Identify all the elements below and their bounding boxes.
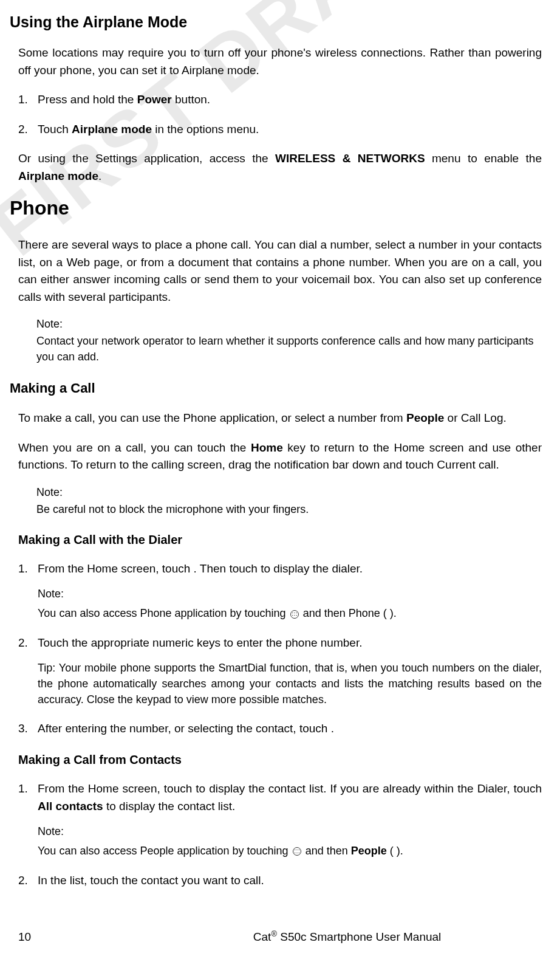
- all-contacts-bold: All contacts: [38, 800, 103, 813]
- heading-making-call: Making a Call: [10, 380, 542, 396]
- text-segment: When you are on a call, you can touch th…: [18, 441, 251, 454]
- making-call-p1: To make a call, you can use the Phone ap…: [18, 410, 542, 427]
- page-content: Using the Airplane Mode Some locations m…: [18, 13, 542, 889]
- heading-contacts: Making a Call from Contacts: [18, 753, 542, 767]
- step-text: In the list, touch the contact you want …: [38, 872, 542, 890]
- contacts-step-1: 1. From the Home screen, touch to displa…: [18, 780, 542, 860]
- people-bold: People: [351, 845, 387, 857]
- registered-mark: ®: [271, 929, 277, 938]
- step-text-a: From the Home screen, touch to display t…: [38, 782, 542, 795]
- text-segment: or Call Log.: [444, 411, 506, 424]
- footer-doc-title: S50c Smartphone User Manual: [277, 930, 441, 943]
- step-text-b: to display the contact list.: [103, 800, 236, 813]
- page-number: 10: [18, 930, 31, 944]
- note-text: Contact your network operator to learn w…: [36, 335, 533, 363]
- airplane-steps-list: 1. Press and hold the Power button. 2. T…: [18, 91, 542, 138]
- making-note-block: Note: Be careful not to block the microp…: [36, 486, 542, 517]
- apps-grid-icon: [293, 847, 301, 856]
- footer-brand: Cat: [253, 930, 271, 943]
- note-text-b: and then Phone ( ).: [300, 607, 397, 619]
- note-text-b: and then: [302, 845, 351, 857]
- step-text-prefix: Press and hold the: [38, 93, 137, 106]
- contacts-step1-note: Note: You can also access People applica…: [38, 823, 542, 860]
- note-text: Be careful not to block the microphone w…: [36, 503, 309, 515]
- dialer-steps-list: 1. From the Home screen, touch . Then to…: [18, 560, 542, 737]
- dialer-step-2: 2. Touch the appropriate numeric keys to…: [18, 634, 542, 708]
- note-text-a: You can also access People application b…: [38, 845, 292, 857]
- airplane-alt-text: Or using the Settings application, acces…: [18, 150, 542, 185]
- step-number: 1.: [18, 780, 28, 798]
- note-label: Note:: [36, 486, 542, 499]
- step-number: 2.: [18, 121, 28, 139]
- airplane-intro-text: Some locations may require you to turn o…: [18, 44, 542, 79]
- note-label: Note:: [38, 823, 542, 840]
- step-number: 1.: [18, 560, 28, 578]
- contacts-step-2: 2. In the list, touch the contact you wa…: [18, 872, 542, 890]
- text-segment: Or using the Settings application, acces…: [18, 152, 275, 165]
- step-text: From the Home screen, touch . Then touch…: [38, 560, 542, 578]
- text-segment: menu to enable the: [425, 152, 542, 165]
- heading-phone: Phone: [10, 197, 542, 219]
- dialer-step-1: 1. From the Home screen, touch . Then to…: [18, 560, 542, 622]
- step-number: 2.: [18, 634, 28, 652]
- footer-title: Cat® S50c Smartphone User Manual: [152, 929, 542, 944]
- step-text: After entering the number, or selecting …: [38, 720, 542, 738]
- step-text-prefix: Touch: [38, 123, 72, 136]
- page-footer: 10 Cat® S50c Smartphone User Manual: [0, 929, 560, 944]
- step-number: 2.: [18, 872, 28, 890]
- step-text-suffix: in the options menu.: [152, 123, 259, 136]
- home-bold: Home: [251, 441, 283, 454]
- dialer-tip-text: Tip: Your mobile phone supports the Smar…: [38, 660, 542, 707]
- note-text-c: ( ).: [387, 845, 403, 857]
- note-text-a: You can also access Phone application by…: [38, 607, 289, 619]
- phone-intro-text: There are several ways to place a phone …: [18, 236, 542, 306]
- dialer-step1-note: Note: You can also access Phone applicat…: [38, 586, 542, 622]
- making-call-p2: When you are on a call, you can touch th…: [18, 439, 542, 474]
- contacts-steps-list: 1. From the Home screen, touch to displa…: [18, 780, 542, 889]
- note-label: Note:: [38, 586, 542, 602]
- dialer-step-3: 3. After entering the number, or selecti…: [18, 720, 542, 738]
- apps-grid-icon: [290, 610, 299, 619]
- airplane-mode-bold: Airplane mode: [72, 123, 152, 136]
- people-bold: People: [406, 411, 444, 424]
- note-label: Note:: [36, 318, 542, 331]
- step-text-suffix: button.: [172, 93, 210, 106]
- power-bold: Power: [137, 93, 172, 106]
- step-text: Touch the appropriate numeric keys to en…: [38, 634, 542, 652]
- airplane-step-1: 1. Press and hold the Power button.: [18, 91, 542, 109]
- text-segment: .: [98, 170, 101, 182]
- heading-dialer: Making a Call with the Dialer: [18, 533, 542, 547]
- step-number: 3.: [18, 720, 28, 738]
- airplane-mode-bold: Airplane mode: [18, 170, 98, 182]
- phone-note-block: Note: Contact your network operator to l…: [36, 318, 542, 365]
- text-segment: To make a call, you can use the Phone ap…: [18, 411, 406, 424]
- airplane-step-2: 2. Touch Airplane mode in the options me…: [18, 121, 542, 139]
- heading-airplane-mode: Using the Airplane Mode: [10, 13, 542, 31]
- step-number: 1.: [18, 91, 28, 109]
- wireless-networks-bold: WIRELESS & NETWORKS: [275, 152, 425, 165]
